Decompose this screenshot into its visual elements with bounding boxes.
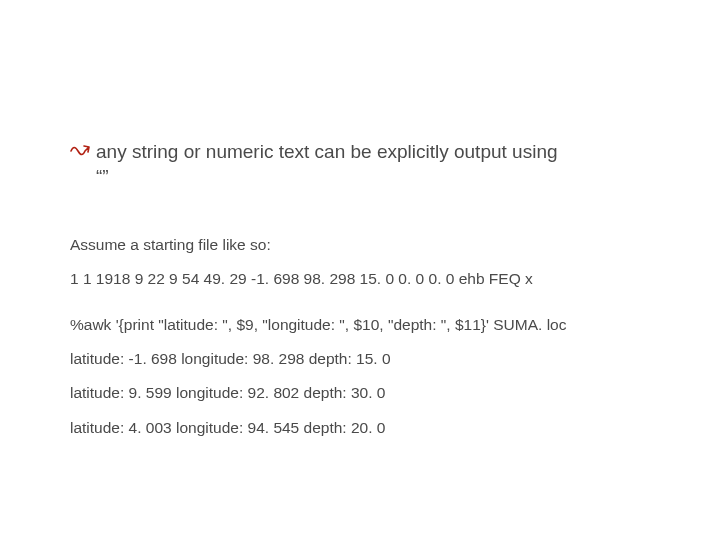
slide-body: any string or numeric text can be explic…	[0, 0, 720, 540]
awk-command-line: %awk '{print "latitude: ", $9, "longitud…	[70, 315, 650, 335]
bullet-item: any string or numeric text can be explic…	[70, 140, 650, 164]
output-line-3: latitude: 4. 003 longitude: 94. 545 dept…	[70, 418, 650, 438]
bullet-sub-quote: “”	[96, 166, 650, 189]
output-line-2: latitude: 9. 599 longitude: 92. 802 dept…	[70, 383, 650, 403]
assume-line: Assume a starting file like so:	[70, 235, 650, 255]
output-line-1: latitude: -1. 698 longitude: 98. 298 dep…	[70, 349, 650, 369]
bullet-text: any string or numeric text can be explic…	[96, 140, 650, 164]
squiggle-icon	[70, 142, 90, 164]
sample-data-line: 1 1 1918 9 22 9 54 49. 29 -1. 698 98. 29…	[70, 269, 650, 289]
